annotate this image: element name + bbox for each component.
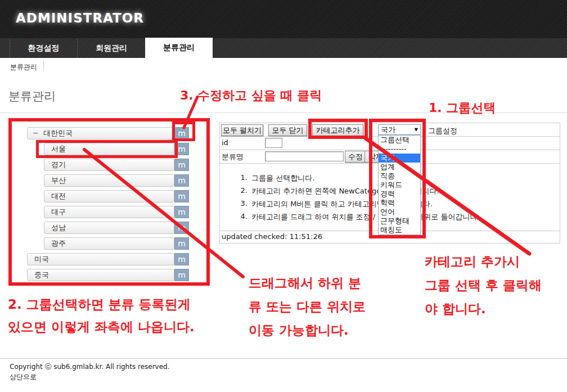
tab-categories[interactable]: 분류관리 <box>145 38 213 58</box>
option-group-select[interactable]: 그룹선택 <box>379 136 420 145</box>
annotation-add-line3: 야 합니다. <box>425 300 486 318</box>
tree-node-gwangju-m-button[interactable]: m <box>174 237 189 250</box>
option-keyword[interactable]: 키워드 <box>379 181 420 190</box>
tree-node-seoul-m-button[interactable]: m <box>174 143 189 155</box>
status-text: updated checked: 11:51:26 <box>222 232 322 241</box>
tree-node-daejeon[interactable]: 대전 <box>44 190 174 202</box>
annotation-step3: 3. 수정하고 싶을 때 클릭 <box>180 87 322 104</box>
tree-node-label: 중국 <box>34 270 49 280</box>
tab-members[interactable]: 회원관리 <box>77 38 145 58</box>
footer-divider <box>0 358 567 359</box>
annotation-add-line2: 그룹 선택 후 클릭해 <box>425 277 542 294</box>
tree-node-label: 성남 <box>51 223 66 233</box>
option-jobtype[interactable]: 직종 <box>379 172 420 181</box>
instruction-number: 2. <box>238 186 248 196</box>
option-career[interactable]: 경력 <box>379 190 420 199</box>
instruction-text: 그룹을 선택합니다. <box>251 173 314 183</box>
tree-node-label: 미국 <box>34 254 49 264</box>
group-settings-label: 그룹설정 <box>428 126 457 136</box>
tree-node-busan[interactable]: 부산 <box>44 174 174 187</box>
instruction-number: 4. <box>238 212 248 222</box>
tree-node-daegu[interactable]: 대구 <box>44 206 174 218</box>
option-language[interactable]: 언어 <box>379 208 420 217</box>
tree-node-label: 대한민국 <box>43 128 73 138</box>
header-bar: ADMINISTRATOR <box>0 0 567 38</box>
tree-node-usa-m-button[interactable]: m <box>174 253 189 265</box>
tree-node-label: 부산 <box>51 175 66 186</box>
category-name-input[interactable] <box>265 151 344 161</box>
tree-node-china-m-button[interactable]: m <box>174 269 189 281</box>
annotation-step2-line1: 2. 그룹선택하면 분류 등록된게 <box>8 296 191 313</box>
chevron-down-icon: ▼ <box>415 127 418 132</box>
admin-page: ADMINISTRATOR 환경설정 회원관리 분류관리 분류관리 분류관리 −… <box>0 0 567 392</box>
page-title: 분류관리 <box>8 88 56 104</box>
instruction-text: 카테고리를 드래그 하여 위치를 조정 / 오른쪽으로 하위로 들어갑니다. <box>251 212 480 222</box>
tree-node-label: 대전 <box>51 191 66 201</box>
tree-node-seongnam-m-button[interactable]: m <box>174 222 189 234</box>
tree-node-busan-m-button[interactable]: m <box>174 174 189 187</box>
tree-node-china[interactable]: 중국 <box>27 269 174 281</box>
breadcrumb[interactable]: 분류관리 <box>10 62 37 72</box>
instruction-item: 1. 그룹을 선택합니다. <box>238 173 314 183</box>
annotation-drag-line1: 드래그해서 하위 분 <box>249 274 361 292</box>
id-input[interactable] <box>265 138 282 148</box>
category-name-label: 분류명 <box>222 152 244 162</box>
tree-node-seongnam[interactable]: 성남 <box>44 222 174 234</box>
tree-node-seoul[interactable]: 서울 <box>44 143 174 155</box>
tree-node-gyeonggi-m-button[interactable]: m <box>174 159 189 171</box>
group-select-options: 그룹선택 ---------- 국가 업계 직종 키워드 경력 학력 언어 근무… <box>378 135 421 235</box>
option-country[interactable]: 국가 <box>379 154 420 163</box>
group-select[interactable]: 국가 ▼ <box>378 124 421 135</box>
tree-node-daejeon-m-button[interactable]: m <box>174 190 189 202</box>
annotation-step2-line2: 있으면 이렇게 좌측에 나옵니다. <box>8 318 195 336</box>
instruction-item: 4. 카테고리를 드래그 하여 위치를 조정 / 오른쪽으로 하위로 들어갑니다… <box>238 212 480 222</box>
instruction-number: 3. <box>238 199 248 209</box>
tree-node-gyeonggi[interactable]: 경기 <box>44 159 174 171</box>
option-education[interactable]: 학력 <box>379 199 420 208</box>
expand-all-button[interactable]: 모두 펼치기 <box>221 124 263 136</box>
tree-node-daegu-m-button[interactable]: m <box>174 206 189 218</box>
collapse-all-button[interactable]: 모두 닫기 <box>268 124 307 136</box>
annotation-drag-line2: 류 또는 다른 위치로 <box>249 298 366 316</box>
option-worktype[interactable]: 근무형태 <box>379 217 420 226</box>
tree-node-label: 광주 <box>51 238 66 249</box>
collapse-toggle-icon[interactable]: − <box>33 129 39 137</box>
annotation-step1: 1. 그룹선택 <box>429 100 496 116</box>
option-divider[interactable]: ---------- <box>379 145 420 154</box>
option-industry[interactable]: 업계 <box>379 163 420 172</box>
breadcrumb-divider <box>43 61 44 70</box>
copyright-text: Copyright ⓒ sub6.gmlab.kr. All rights re… <box>10 362 170 372</box>
add-category-button[interactable]: 카테고리추가 <box>312 124 363 136</box>
annotation-add-line1: 카테고리 추가시 <box>425 253 520 271</box>
id-label: id <box>222 138 228 147</box>
group-select-value: 국가 <box>381 125 395 135</box>
app-title: ADMINISTRATOR <box>16 11 144 25</box>
tree-node-label: 서울 <box>51 144 66 154</box>
tree-node-gwangju[interactable]: 광주 <box>44 237 174 250</box>
back-to-top-link[interactable]: 상단으로 <box>10 372 37 382</box>
annotation-drag-line3: 이동 가능합니다. <box>249 322 349 339</box>
edit-button[interactable]: 수정 <box>345 151 366 163</box>
tab-settings[interactable]: 환경설정 <box>10 38 77 58</box>
option-matching[interactable]: 매칭도 <box>379 226 420 235</box>
tree-node-usa[interactable]: 미국 <box>27 253 174 265</box>
tree-node-korea[interactable]: − 대한민국 <box>27 127 174 139</box>
tree-node-label: 경기 <box>51 160 66 170</box>
tree-node-korea-m-button[interactable]: m <box>174 127 189 139</box>
tree-node-label: 대구 <box>51 207 66 217</box>
instruction-number: 1. <box>238 173 248 183</box>
